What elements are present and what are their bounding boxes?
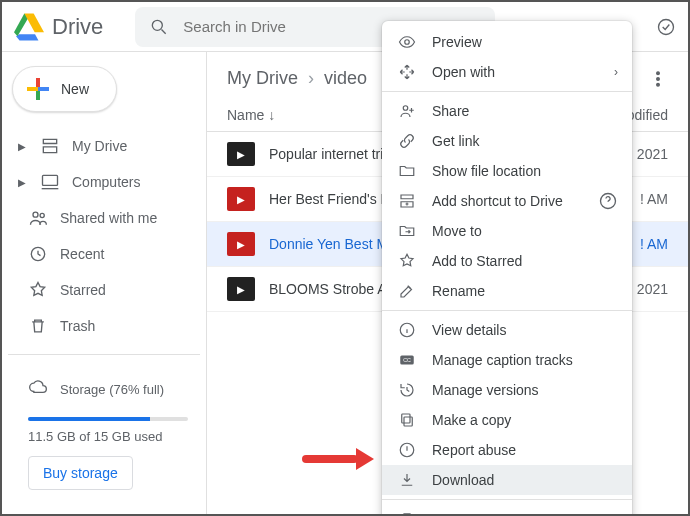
storage-label: Storage (76% full)	[60, 382, 164, 397]
context-menu-label: Manage versions	[432, 382, 539, 398]
cc-icon: CC	[398, 350, 416, 370]
context-menu-item-manage-versions[interactable]: Manage versions	[382, 375, 632, 405]
sidebar-item-label: Recent	[60, 246, 104, 262]
eye-icon	[398, 32, 416, 52]
context-menu-item-add-shortcut-to-drive[interactable]: Add shortcut to Drive	[382, 186, 632, 216]
search-icon	[149, 17, 169, 37]
buy-storage-button[interactable]: Buy storage	[28, 456, 133, 490]
breadcrumb-item[interactable]: video	[324, 68, 367, 89]
folder-icon	[398, 161, 416, 181]
context-menu-label: Make a copy	[432, 412, 511, 428]
context-menu-item-view-details[interactable]: View details	[382, 315, 632, 345]
share-person-icon	[398, 101, 416, 121]
new-button-label: New	[61, 81, 89, 97]
chevron-right-icon: ▶	[18, 177, 28, 188]
shared-icon	[28, 208, 48, 228]
rename-icon	[398, 281, 416, 301]
context-menu-label: Download	[432, 472, 494, 488]
info-icon	[398, 320, 416, 340]
context-menu-item-get-link[interactable]: Get link	[382, 126, 632, 156]
context-menu-label: View details	[432, 322, 506, 338]
svg-point-5	[40, 213, 44, 217]
context-menu-label: Add shortcut to Drive	[432, 193, 563, 209]
sidebar-item-storage[interactable]: Storage (76% full)	[28, 371, 194, 407]
sidebar-item-label: Computers	[72, 174, 140, 190]
chevron-right-icon: ›	[308, 68, 314, 89]
drive-logo-icon	[14, 12, 44, 42]
help-icon[interactable]	[598, 191, 618, 211]
sidebar-item-shared[interactable]: Shared with me	[8, 200, 200, 236]
context-menu-separator	[382, 91, 632, 92]
copy-icon	[398, 410, 416, 430]
context-menu-separator	[382, 499, 632, 500]
annotation-arrow	[302, 448, 374, 468]
more-icon[interactable]	[648, 69, 668, 89]
star-icon	[398, 251, 416, 271]
move-to-icon	[398, 221, 416, 241]
ready-offline-icon[interactable]	[656, 17, 676, 37]
sidebar: New ▶ My Drive ▶ Computers Shared with m…	[2, 52, 207, 514]
context-menu: PreviewOpen with›ShareGet linkShow file …	[382, 21, 632, 516]
svg-rect-17	[402, 414, 410, 423]
svg-point-0	[153, 20, 163, 30]
context-menu-item-make-a-copy[interactable]: Make a copy	[382, 405, 632, 435]
star-icon	[28, 280, 48, 300]
context-menu-label: Show file location	[432, 163, 541, 179]
context-menu-item-download[interactable]: Download	[382, 465, 632, 495]
sidebar-item-label: Starred	[60, 282, 106, 298]
context-menu-label: Add to Starred	[432, 253, 522, 269]
context-menu-item-report-abuse[interactable]: Report abuse	[382, 435, 632, 465]
svg-line-1	[162, 29, 166, 33]
sidebar-separator	[8, 354, 200, 355]
context-menu-item-add-to-starred[interactable]: Add to Starred	[382, 246, 632, 276]
svg-text:CC: CC	[403, 357, 411, 363]
sort-arrow-icon: ↓	[268, 107, 275, 123]
svg-rect-3	[43, 175, 58, 185]
open-with-icon	[398, 62, 416, 82]
context-menu-separator	[382, 310, 632, 311]
context-menu-item-open-with[interactable]: Open with›	[382, 57, 632, 87]
trash-icon	[28, 316, 48, 336]
context-menu-item-rename[interactable]: Rename	[382, 276, 632, 306]
context-menu-label: Report abuse	[432, 442, 516, 458]
context-menu-item-preview[interactable]: Preview	[382, 27, 632, 57]
link-icon	[398, 131, 416, 151]
sidebar-item-starred[interactable]: Starred	[8, 272, 200, 308]
sidebar-item-label: My Drive	[72, 138, 127, 154]
recent-icon	[28, 244, 48, 264]
context-menu-label: Get link	[432, 133, 479, 149]
app-title: Drive	[52, 14, 103, 40]
sidebar-item-recent[interactable]: Recent	[8, 236, 200, 272]
sidebar-item-trash[interactable]: Trash	[8, 308, 200, 344]
context-menu-label: Move to	[432, 223, 482, 239]
video-thumb-icon: ▶	[227, 277, 255, 301]
context-menu-label: Open with	[432, 64, 495, 80]
drive-logo[interactable]: Drive	[14, 12, 103, 42]
svg-point-9	[657, 83, 660, 86]
svg-point-7	[657, 71, 660, 74]
report-icon	[398, 440, 416, 460]
download-icon	[398, 470, 416, 490]
svg-point-11	[403, 106, 408, 111]
context-menu-item-show-file-location[interactable]: Show file location	[382, 156, 632, 186]
chevron-right-icon: ▶	[18, 141, 28, 152]
context-menu-item-remove[interactable]: Remove	[382, 504, 632, 516]
context-menu-item-move-to[interactable]: Move to	[382, 216, 632, 246]
storage-bar	[28, 417, 188, 421]
new-button[interactable]: New	[12, 66, 117, 112]
context-menu-item-share[interactable]: Share	[382, 96, 632, 126]
storage-used-text: 11.5 GB of 15 GB used	[28, 429, 194, 444]
computers-icon	[40, 172, 60, 192]
add-shortcut-icon	[398, 191, 416, 211]
context-menu-item-manage-caption-tracks[interactable]: CCManage caption tracks	[382, 345, 632, 375]
sidebar-item-my-drive[interactable]: ▶ My Drive	[8, 128, 200, 164]
trash-icon	[398, 509, 416, 516]
my-drive-icon	[40, 136, 60, 156]
svg-point-4	[33, 212, 38, 217]
svg-rect-16	[404, 417, 412, 426]
context-menu-label: Share	[432, 103, 469, 119]
sidebar-item-label: Trash	[60, 318, 95, 334]
breadcrumb-item[interactable]: My Drive	[227, 68, 298, 89]
sidebar-item-computers[interactable]: ▶ Computers	[8, 164, 200, 200]
context-menu-label: Manage caption tracks	[432, 352, 573, 368]
